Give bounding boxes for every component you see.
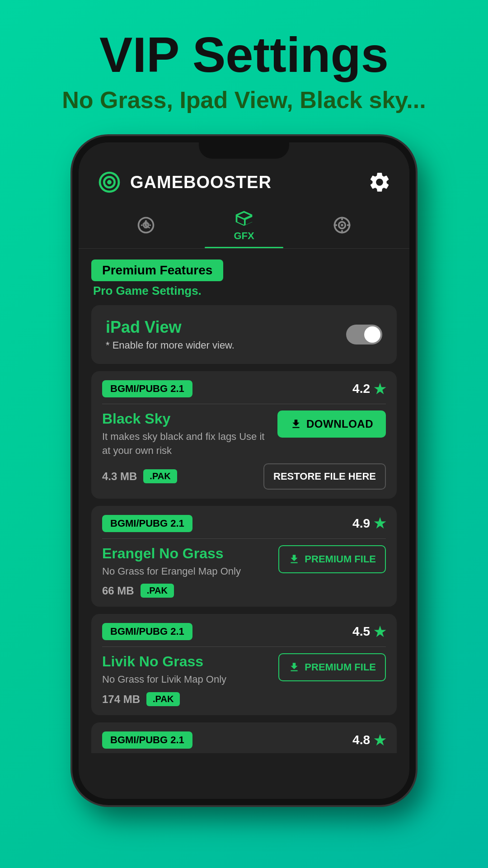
gfx-icon	[234, 208, 254, 228]
app-bar-left: GAMEBOOSTER	[97, 170, 272, 195]
header-section: VIP Settings No Grass, Ipad View, Black …	[0, 0, 488, 127]
svg-point-0	[107, 180, 111, 184]
file-size-1: 4.3 MB	[102, 470, 137, 483]
file-footer-2: 66 MB .PAK	[102, 584, 386, 598]
version-badge-2: BGMI/PUBG 2.1	[102, 515, 192, 532]
version-badge-4: BGMI/PUBG 2.1	[102, 731, 192, 749]
file-ext-3: .PAK	[146, 692, 180, 706]
premium-header: Premium Features Pro Game Settings.	[91, 259, 397, 298]
restore-button-1[interactable]: RESTORE FILE HERE	[263, 463, 386, 490]
file-card-body-1: Black Sky It makes sky black and fix lag…	[102, 410, 386, 458]
file-desc-3: No Grass for Livik Map Only	[102, 673, 226, 687]
tab-aim[interactable]	[293, 215, 391, 241]
divider-1	[102, 404, 386, 404]
svg-point-4	[341, 224, 344, 226]
tab-gfx-label: GFX	[234, 230, 254, 242]
rating-2: 4.9 ★	[352, 515, 386, 531]
rating-4: 4.8 ★	[352, 732, 386, 748]
file-card-header-3: BGMI/PUBG 2.1 4.5 ★	[102, 623, 386, 640]
file-name-2: Erangel No Grass	[102, 545, 241, 562]
premium-subtitle: Pro Game Settings.	[91, 284, 397, 298]
star-icon-4: ★	[374, 732, 386, 748]
version-badge-1: BGMI/PUBG 2.1	[102, 380, 192, 397]
rating-1: 4.2 ★	[352, 381, 386, 397]
partial-card-4: BGMI/PUBG 2.1 4.8 ★	[91, 722, 397, 753]
file-name-3: Livik No Grass	[102, 653, 226, 670]
ipad-view-toggle[interactable]	[346, 325, 382, 344]
phone-notch	[199, 142, 289, 159]
star-icon-2: ★	[374, 515, 386, 531]
file-ext-1: .PAK	[143, 469, 177, 483]
file-card-livik: BGMI/PUBG 2.1 4.5 ★ Livik No Grass No Gr…	[91, 614, 397, 715]
file-card-header-4: BGMI/PUBG 2.1 4.8 ★	[102, 731, 386, 749]
file-ext-2: .PAK	[141, 584, 174, 598]
file-footer-3: 174 MB .PAK	[102, 692, 386, 706]
star-icon-3: ★	[374, 624, 386, 640]
download-icon-3	[288, 661, 300, 673]
file-size-3: 174 MB	[102, 693, 140, 706]
ipad-view-card: iPad View * Enable for more wider view.	[91, 305, 397, 364]
app-name: GAMEBOOSTER	[130, 173, 272, 192]
premium-button-1[interactable]: PREMIUM FILE	[278, 545, 386, 573]
download-icon-2	[288, 553, 300, 565]
file-card-erangel: BGMI/PUBG 2.1 4.9 ★ Erangel No Grass No …	[91, 506, 397, 607]
file-card-body-2: Erangel No Grass No Grass for Erangel Ma…	[102, 545, 386, 579]
file-info-2: Erangel No Grass No Grass for Erangel Ma…	[102, 545, 241, 579]
file-card-black-sky: BGMI/PUBG 2.1 4.2 ★ Black Sky It makes s…	[91, 371, 397, 499]
file-desc-1: It makes sky black and fix lags Use it a…	[102, 430, 270, 458]
file-size-2: 66 MB	[102, 585, 134, 597]
tab-gfx[interactable]: GFX	[195, 208, 293, 248]
file-size-ext-1: 4.3 MB .PAK	[102, 469, 177, 483]
file-card-header-1: BGMI/PUBG 2.1 4.2 ★	[102, 380, 386, 397]
premium-button-2[interactable]: PREMIUM FILE	[278, 653, 386, 681]
ipad-card-info: iPad View * Enable for more wider view.	[106, 318, 235, 351]
premium-badge: Premium Features	[91, 259, 223, 281]
phone-frame: GAMEBOOSTER	[72, 136, 416, 805]
file-desc-2: No Grass for Erangel Map Only	[102, 565, 241, 579]
divider-2	[102, 538, 386, 539]
speedometer-icon	[136, 215, 156, 235]
page-subtitle: No Grass, Ipad View, Black sky...	[18, 86, 470, 113]
ipad-card-desc: * Enable for more wider view.	[106, 340, 235, 351]
crosshair-icon	[332, 215, 352, 235]
ipad-card-title: iPad View	[106, 318, 235, 337]
star-icon-1: ★	[374, 381, 386, 397]
divider-3	[102, 646, 386, 647]
phone-mockup: GAMEBOOSTER	[72, 136, 416, 805]
settings-icon[interactable]	[368, 170, 391, 194]
page-title: VIP Settings	[18, 27, 470, 82]
phone-screen: GAMEBOOSTER	[79, 142, 409, 799]
download-icon-1	[290, 418, 302, 430]
file-info-3: Livik No Grass No Grass for Livik Map On…	[102, 653, 226, 687]
file-name-1: Black Sky	[102, 410, 270, 427]
file-card-header-2: BGMI/PUBG 2.1 4.9 ★	[102, 515, 386, 532]
version-badge-3: BGMI/PUBG 2.1	[102, 623, 192, 640]
file-footer-1: 4.3 MB .PAK RESTORE FILE HERE	[102, 463, 386, 490]
screen-content: Premium Features Pro Game Settings. iPad…	[79, 249, 409, 799]
app-logo-icon	[97, 170, 122, 195]
file-card-body-3: Livik No Grass No Grass for Livik Map On…	[102, 653, 386, 687]
tab-speed[interactable]	[97, 215, 195, 241]
tab-bar: GFX	[79, 204, 409, 249]
file-info-1: Black Sky It makes sky black and fix lag…	[102, 410, 270, 458]
rating-3: 4.5 ★	[352, 624, 386, 640]
download-button-1[interactable]: DOWNLOAD	[277, 410, 386, 438]
